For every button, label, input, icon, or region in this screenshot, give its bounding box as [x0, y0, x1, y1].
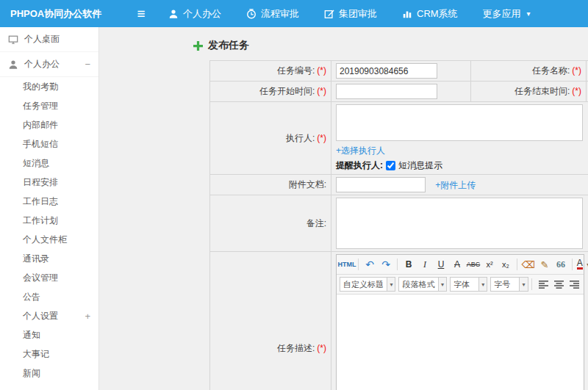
page-title-text: 发布任务 [208, 39, 249, 52]
start-time-input[interactable] [336, 84, 437, 99]
bar-chart-icon [402, 9, 412, 19]
main-content: 发布任务 任务编号:(*) 任务名称:(*) 任务开始时间:(*) 任务结束时间… [99, 27, 588, 390]
sidebar-item-attendance[interactable]: 我的考勤 [0, 77, 98, 96]
toolbar-separator [397, 259, 398, 270]
editor-font-select[interactable]: 字体▾ [450, 277, 487, 292]
sidebar-item-mobile-sms[interactable]: 手机短信 [0, 134, 98, 154]
app-logo[interactable]: PHPOA协同办公软件 [0, 7, 118, 21]
sidebar-section-personal-office[interactable]: 个人办公 − [0, 52, 98, 77]
editor-redo-button[interactable]: ↷ [379, 257, 393, 272]
person-icon [168, 9, 179, 19]
editor-toolbar-row2: 自定义标题▾ 段落格式▾ 字体▾ 字号▾ [337, 275, 584, 295]
editor-italic-button[interactable]: I [417, 257, 432, 272]
remark-label: 备注: [210, 195, 331, 252]
select-value: 段落格式 [402, 279, 434, 290]
editor-content-area[interactable] [337, 295, 584, 390]
chevron-down-icon: ▾ [438, 278, 446, 291]
sms-remind-checkbox[interactable] [386, 161, 395, 170]
select-value: 自定义标题 [343, 279, 384, 290]
chevron-down-icon: ▾ [519, 278, 527, 291]
sidebar-item-schedule[interactable]: 日程安排 [0, 173, 98, 192]
editor-bold-button[interactable]: B [401, 257, 416, 272]
font-color-glyph: A [577, 259, 583, 270]
sidebar-item-news[interactable]: 新闻 [0, 364, 98, 383]
sidebar-item-work-plan[interactable]: 工作计划 [0, 211, 98, 230]
editor-size-select[interactable]: 字号▾ [490, 277, 528, 292]
remind-executor-label: 提醒执行人: [336, 159, 383, 172]
sidebar-item-label: 工作日志 [23, 195, 58, 208]
attachment-input[interactable] [336, 177, 426, 192]
sidebar-item-personal-settings[interactable]: 个人设置 + [0, 306, 98, 325]
editor-superscript-button[interactable]: x² [482, 257, 497, 272]
select-value: 字体 [453, 279, 470, 290]
attachment-upload-link[interactable]: +附件上传 [435, 180, 476, 190]
editor-remove-format-button[interactable]: ⌫ [521, 257, 536, 272]
editor-subscript-button[interactable]: x₂ [498, 257, 513, 272]
editor-align-center-button[interactable] [553, 278, 565, 292]
sidebar-item-label: 手机短信 [23, 138, 58, 151]
editor-align-left-button[interactable] [537, 278, 550, 292]
nav-process-approval[interactable]: 流程审批 [234, 0, 312, 27]
table-row: 任务开始时间:(*) 任务结束时间:(*) [210, 82, 588, 102]
sidebar-item-contacts[interactable]: 通讯录 [0, 249, 98, 268]
menu-toggle-icon[interactable]: ≡ [126, 6, 156, 22]
sidebar-item-label: 工作计划 [23, 214, 58, 227]
editor-abc-strike-button[interactable]: ABC [466, 257, 481, 272]
sidebar-item-label: 我的考勤 [23, 81, 58, 93]
align-left-icon [539, 281, 548, 289]
sidebar-item-internal-mail[interactable]: 内部邮件 [0, 115, 98, 134]
toolbar-separator [572, 259, 573, 270]
sms-remind-label: 短消息提示 [398, 159, 442, 172]
sidebar-item-label: 公告 [23, 291, 40, 303]
required-mark: (*) [317, 343, 326, 353]
nav-label: 流程审批 [261, 7, 299, 21]
editor-underline-button[interactable]: U [434, 257, 448, 272]
editor-html-button[interactable]: HTML [340, 257, 354, 272]
monitor-icon [8, 35, 18, 45]
sidebar-item-announcement[interactable]: 公告 [0, 287, 98, 306]
collapse-icon[interactable]: − [85, 59, 90, 70]
nav-more-apps[interactable]: 更多应用 ▾ [470, 0, 543, 27]
chevron-down-icon: ▾ [527, 10, 531, 18]
sidebar-item-label: 会议管理 [23, 272, 58, 284]
select-executor-link[interactable]: +选择执行人 [336, 145, 385, 156]
sidebar-item-desktop[interactable]: 个人桌面 [0, 27, 98, 52]
top-nav: 个人办公 流程审批 集团审批 CRM系统 更多应用 ▾ [156, 0, 543, 27]
sidebar-item-notice[interactable]: 通知 [0, 325, 98, 344]
editor-undo-button[interactable]: ↶ [362, 257, 377, 272]
required-mark: (*) [317, 86, 326, 96]
task-name-label: 任务名称:(*) [471, 61, 587, 82]
select-value: 字号 [494, 279, 510, 290]
sidebar-item-events[interactable]: 大事记 [0, 344, 98, 364]
editor-font-color-button[interactable]: A ▾ [576, 257, 588, 272]
nav-crm-system[interactable]: CRM系统 [390, 0, 470, 27]
sidebar-item-file-cabinet[interactable]: 个人文件柜 [0, 230, 98, 249]
editor-format-select[interactable]: 段落格式▾ [398, 277, 447, 292]
editor-style-select[interactable]: 自定义标题▾ [340, 277, 395, 292]
sidebar-item-label: 日程安排 [23, 176, 58, 189]
table-row: 任务描述:(*) HTML ↶ ↷ B I U [210, 252, 588, 390]
expand-icon[interactable]: + [85, 311, 98, 322]
sidebar-item-short-message[interactable]: 短消息 [0, 154, 98, 173]
nav-label: 个人办公 [183, 7, 221, 21]
sidebar-item-task-management[interactable]: 任务管理 [0, 96, 98, 115]
task-number-input[interactable] [336, 63, 437, 79]
sidebar-item-work-log[interactable]: 工作日志 [0, 192, 98, 211]
remark-textarea[interactable] [336, 198, 583, 249]
editor-blockquote-button[interactable]: 66 [553, 257, 568, 272]
editor-align-right-button[interactable] [568, 278, 581, 292]
executor-textarea[interactable] [336, 104, 583, 141]
sidebar-item-meeting-management[interactable]: 会议管理 [0, 268, 98, 287]
editor-strikethrough-button[interactable]: A [450, 257, 465, 272]
task-description-label: 任务描述:(*) [210, 252, 331, 390]
required-mark: (*) [572, 65, 581, 76]
nav-personal-office[interactable]: 个人办公 [156, 0, 234, 27]
person-icon [8, 59, 18, 70]
toolbar-separator [517, 259, 517, 270]
editor-format-brush-button[interactable]: ✎ [537, 257, 552, 272]
nav-group-approval[interactable]: 集团审批 [312, 0, 390, 27]
end-time-label: 任务结束时间:(*) [471, 82, 587, 102]
sidebar-item-label: 个人设置 [23, 310, 58, 322]
toolbar-separator [531, 278, 532, 290]
toolbar-separator [358, 259, 359, 270]
